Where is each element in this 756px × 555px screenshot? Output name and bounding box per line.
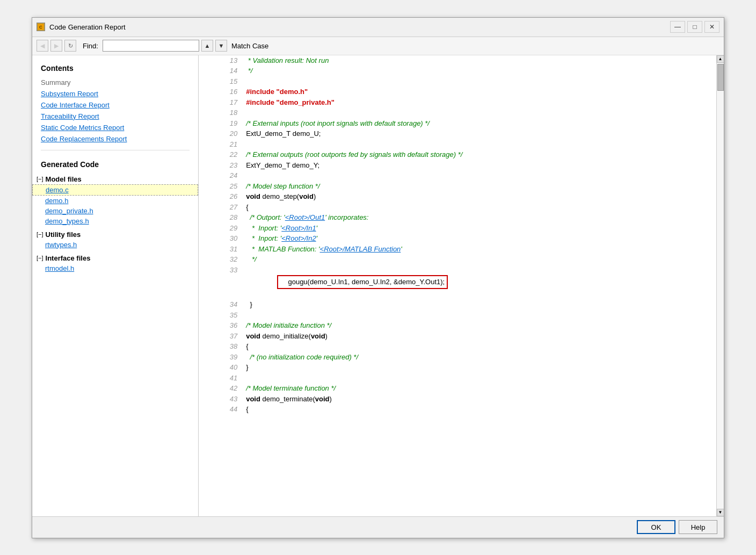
line-number: 33 xyxy=(199,265,244,300)
title-bar: C Code Generation Report — □ ✕ xyxy=(32,18,724,37)
table-row: 13 * Validation result: Not run xyxy=(199,55,709,66)
bottom-bar: OK Help xyxy=(32,516,724,538)
help-button[interactable]: Help xyxy=(679,520,717,534)
code-wrapper: 13 * Validation result: Not run 14 */ 15 xyxy=(199,55,724,516)
line-number: 36 xyxy=(199,320,244,331)
file-demo-c[interactable]: demo.c xyxy=(32,184,198,196)
table-row: 17 #include "demo_private.h" xyxy=(199,97,709,108)
table-row: 41 xyxy=(199,373,709,384)
line-number: 14 xyxy=(199,66,244,76)
matlab-function-link[interactable]: <Root>/MATLAB Function xyxy=(320,245,401,253)
table-row: 28 /* Outport: '<Root>/Out1' incorporate… xyxy=(199,212,709,223)
sidebar-item-code-replacements[interactable]: Code Replacements Report xyxy=(32,133,198,145)
line-content xyxy=(244,310,709,321)
minimize-button[interactable]: — xyxy=(670,21,685,33)
toolbar: ◀ ▶ ↻ Find: ▲ ▼ Match Case xyxy=(32,37,724,55)
line-number: 44 xyxy=(199,404,244,415)
line-content xyxy=(244,170,709,181)
find-input[interactable] xyxy=(103,40,199,52)
line-number: 17 xyxy=(199,97,244,108)
table-row: 38 { xyxy=(199,341,709,352)
line-content: } xyxy=(244,299,709,310)
line-number: 20 xyxy=(199,128,244,139)
maximize-button[interactable]: □ xyxy=(687,21,702,33)
ok-button[interactable]: OK xyxy=(637,520,675,534)
line-number: 22 xyxy=(199,149,244,160)
sidebar-item-static-metrics[interactable]: Static Code Metrics Report xyxy=(32,122,198,133)
line-number: 43 xyxy=(199,394,244,405)
file-rtwtypes-h[interactable]: rtwtypes.h xyxy=(32,240,198,250)
utility-files-toggle[interactable]: [−] xyxy=(37,231,43,237)
line-content xyxy=(244,76,709,87)
table-row: 43 void demo_terminate(void) xyxy=(199,394,709,405)
refresh-button[interactable]: ↻ xyxy=(64,40,76,52)
back-button[interactable]: ◀ xyxy=(37,40,48,52)
code-scroll-area[interactable]: 13 * Validation result: Not run 14 */ 15 xyxy=(199,55,716,516)
line-content: /* Outport: '<Root>/Out1' incorporates: xyxy=(244,212,709,223)
table-row: 19 /* External inputs (root inport signa… xyxy=(199,118,709,129)
line-number: 37 xyxy=(199,331,244,342)
table-row: 35 xyxy=(199,310,709,321)
forward-button[interactable]: ▶ xyxy=(50,40,62,52)
sidebar-item-code-interface[interactable]: Code Interface Report xyxy=(32,99,198,111)
line-number: 13 xyxy=(199,55,244,66)
sidebar-divider xyxy=(41,150,190,150)
table-row: 32 */ xyxy=(199,254,709,265)
vertical-scrollbar[interactable]: ▲ ▼ xyxy=(716,55,724,516)
line-number: 38 xyxy=(199,341,244,352)
table-row: 40 } xyxy=(199,362,709,373)
line-content: ExtY_demo_T demo_Y; xyxy=(244,160,709,171)
line-content: #include "demo.h" xyxy=(244,87,709,97)
line-content: * Inport: '<Root>/In1' xyxy=(244,223,709,234)
table-row: 34 } xyxy=(199,299,709,310)
match-case-label: Match Case xyxy=(231,42,268,50)
code-table: 13 * Validation result: Not run 14 */ 15 xyxy=(199,55,709,415)
line-number: 41 xyxy=(199,373,244,384)
file-rtmodel-h[interactable]: rtmodel.h xyxy=(32,263,198,273)
table-row: 14 */ xyxy=(199,66,709,76)
file-demo-types-h[interactable]: demo_types.h xyxy=(32,216,198,226)
table-row: 33 gougu(demo_U.In1, demo_U.In2, &demo_Y… xyxy=(199,265,709,300)
line-number: 18 xyxy=(199,107,244,118)
line-number: 29 xyxy=(199,223,244,234)
main-window: C Code Generation Report — □ ✕ ◀ ▶ ↻ Fin… xyxy=(32,17,724,538)
find-prev-button[interactable]: ▲ xyxy=(201,40,213,52)
summary-link[interactable]: Summary xyxy=(32,77,198,88)
svg-text:C: C xyxy=(39,25,42,30)
line-content: /* Model terminate function */ xyxy=(244,383,709,394)
generated-code-section: Generated Code [−] Model files demo.c de… xyxy=(32,156,198,276)
line-number: 21 xyxy=(199,139,244,150)
interface-files-toggle[interactable]: [−] xyxy=(37,255,43,261)
root-in1-link[interactable]: <Root>/In1 xyxy=(281,224,316,232)
model-files-toggle[interactable]: [−] xyxy=(37,176,43,182)
line-number: 25 xyxy=(199,181,244,192)
table-row: 44 { xyxy=(199,404,709,415)
scroll-up-arrow[interactable]: ▲ xyxy=(717,55,724,63)
line-number: 15 xyxy=(199,76,244,87)
line-number: 27 xyxy=(199,202,244,213)
scroll-down-arrow[interactable]: ▼ xyxy=(717,509,724,516)
line-content: { xyxy=(244,202,709,213)
file-demo-private-h[interactable]: demo_private.h xyxy=(32,206,198,216)
line-content: * Validation result: Not run xyxy=(244,55,709,66)
sidebar-item-traceability[interactable]: Traceability Report xyxy=(32,111,198,122)
line-content: /* Model step function */ xyxy=(244,181,709,192)
close-button[interactable]: ✕ xyxy=(704,21,719,33)
root-out1-link[interactable]: <Root>/Out1 xyxy=(285,213,325,221)
file-demo-h[interactable]: demo.h xyxy=(32,196,198,206)
table-row: 16 #include "demo.h" xyxy=(199,87,709,97)
window-title: Code Generation Report xyxy=(49,23,126,31)
sidebar-item-subsystem-report[interactable]: Subsystem Report xyxy=(32,88,198,99)
find-next-button[interactable]: ▼ xyxy=(215,40,227,52)
line-number: 39 xyxy=(199,352,244,363)
line-number: 30 xyxy=(199,233,244,244)
sidebar: Contents Summary Subsystem Report Code I… xyxy=(32,55,199,516)
line-content: { xyxy=(244,404,709,415)
table-row: 39 /* (no initialization code required) … xyxy=(199,352,709,363)
line-number: 42 xyxy=(199,383,244,394)
line-number: 24 xyxy=(199,170,244,181)
line-content: #include "demo_private.h" xyxy=(244,97,709,108)
scroll-thumb[interactable] xyxy=(717,64,724,91)
line-content: void demo_terminate(void) xyxy=(244,394,709,405)
root-in2-link[interactable]: <Root>/In2 xyxy=(281,234,316,242)
